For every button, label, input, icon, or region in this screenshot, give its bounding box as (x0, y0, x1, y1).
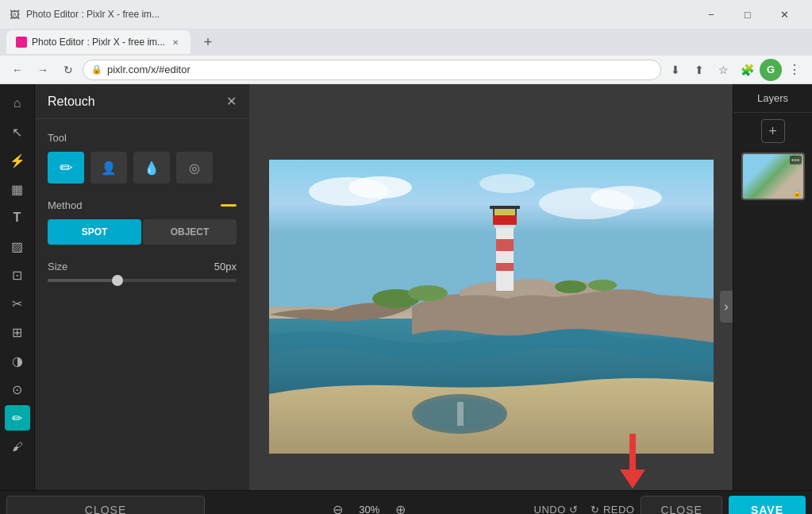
menu-icon[interactable]: ⋮ (783, 59, 806, 81)
add-layer-button[interactable]: + (761, 119, 785, 143)
tool-sidebar: ⌂ ↖ ⚡ ▦ T ▨ ⊡ ✂ ⊞ ◑ ⊙ ✏ 🖌 ••• (0, 84, 35, 514)
panel-header: Retouch ✕ (35, 84, 249, 119)
tool-cut[interactable]: ✂ (5, 291, 30, 316)
close-right-button[interactable]: CLOSE (641, 496, 722, 515)
method-object-tab[interactable]: OBJECT (143, 219, 237, 245)
bookmark-icon[interactable]: ☆ (712, 59, 734, 81)
svg-rect-9 (496, 239, 514, 251)
svg-point-17 (555, 280, 587, 293)
back-button[interactable]: ← (6, 59, 29, 81)
svg-point-4 (591, 186, 662, 210)
tool-circle-btn[interactable]: ◎ (176, 152, 213, 184)
svg-rect-13 (490, 206, 520, 209)
undo-button[interactable]: UNDO ↺ (534, 504, 579, 514)
chevron-right-icon: › (724, 300, 728, 314)
tab-label: Photo Editor : Pixlr X - free im... (32, 37, 165, 48)
tool-adjust[interactable]: ⊞ (5, 319, 30, 345)
refresh-button[interactable]: ↻ (57, 59, 79, 81)
canvas-collapse-button[interactable]: › (720, 291, 733, 323)
zoom-controls: ⊖ 30% ⊕ (211, 499, 528, 515)
tab-bar: Photo Editor : Pixlr X - free im... ✕ + (0, 29, 812, 56)
nav-icons: ⬇ ⬆ ☆ 🧩 G ⋮ (664, 59, 806, 81)
bottom-bar: CLOSE ⊖ 30% ⊕ UNDO ↺ ↻ REDO CLOSE SAVE (0, 490, 812, 514)
lighthouse-svg (269, 160, 714, 454)
maximize-button[interactable]: □ (729, 0, 766, 29)
svg-rect-10 (496, 263, 514, 271)
new-tab-button[interactable]: + (197, 31, 219, 53)
redo-label: REDO (603, 504, 635, 514)
layers-panel: Layers + ••• 🔒 (733, 84, 812, 514)
layer-lock-icon: 🔒 (792, 188, 802, 197)
download-icon[interactable]: ⬇ (664, 59, 687, 81)
canvas-area: › 1920 x 1280 px @ 30% (249, 84, 733, 514)
retouch-panel: Retouch ✕ Tool ✏ 👤 💧 ◎ Method SPOT OBJEC… (35, 84, 249, 514)
nav-bar: ← → ↻ 🔒 pixlr.com/x/#editor ⬇ ⬆ ☆ 🧩 G ⋮ (0, 56, 812, 84)
minimize-button[interactable]: − (693, 0, 729, 29)
tool-section-label: Tool (48, 132, 237, 144)
svg-rect-21 (457, 402, 464, 426)
browser-favicon: 🖼 (10, 9, 20, 21)
extensions-icon[interactable]: 🧩 (736, 59, 758, 81)
lock-icon: 🔒 (91, 64, 102, 75)
tool-pattern[interactable]: ▨ (5, 234, 30, 259)
tool-draw[interactable]: ✏ (5, 405, 30, 431)
size-value: 50px (214, 261, 237, 272)
size-row: Size 50px (48, 261, 237, 272)
zoom-out-button[interactable]: ⊖ (327, 499, 349, 515)
arrow-head (620, 470, 645, 489)
tool-text[interactable]: T (5, 205, 30, 230)
svg-point-18 (588, 280, 617, 291)
tool-home[interactable]: ⌂ (5, 91, 30, 116)
tab-favicon (16, 37, 27, 48)
slider-fill (48, 279, 114, 282)
svg-rect-14 (495, 209, 515, 215)
svg-rect-11 (493, 214, 517, 225)
tool-brush-btn[interactable]: ✏ (48, 152, 84, 184)
svg-point-16 (408, 285, 448, 301)
tool-stamp-btn[interactable]: 👤 (90, 152, 127, 184)
redo-icon: ↻ (591, 504, 600, 514)
tool-drop-btn[interactable]: 💧 (133, 152, 170, 184)
close-left-button[interactable]: CLOSE (6, 496, 205, 515)
method-tabs: SPOT OBJECT (48, 219, 237, 245)
share-icon[interactable]: ⬆ (688, 59, 710, 81)
layers-title: Layers (733, 84, 812, 113)
panel-body: Tool ✏ 👤 💧 ◎ Method SPOT OBJECT Size 50p… (35, 119, 249, 514)
layer-thumbnail[interactable]: ••• 🔒 (741, 153, 805, 200)
address-bar[interactable]: 🔒 pixlr.com/x/#editor (83, 60, 661, 80)
close-button[interactable]: ✕ (766, 0, 802, 29)
tool-options: ✏ 👤 💧 ◎ (48, 152, 237, 184)
zoom-in-button[interactable]: ⊕ (390, 499, 412, 515)
title-bar: 🖼 Photo Editor : Pixlr X - free im... − … (0, 0, 812, 29)
canvas-image[interactable] (269, 160, 714, 454)
tab-close-icon[interactable]: ✕ (170, 37, 181, 48)
tool-brush[interactable]: 🖌 (5, 434, 30, 459)
panel-close-button[interactable]: ✕ (226, 94, 237, 109)
method-spot-tab[interactable]: SPOT (48, 219, 141, 245)
app-area: ⌂ ↖ ⚡ ▦ T ▨ ⊡ ✂ ⊞ ◑ ⊙ ✏ 🖌 ••• Retouch ✕ … (0, 84, 812, 514)
layer-options-icon[interactable]: ••• (790, 156, 802, 164)
save-button[interactable]: SAVE (729, 496, 806, 515)
undo-icon: ↺ (569, 504, 579, 514)
title-bar-text: Photo Editor : Pixlr X - free im... (26, 9, 693, 20)
tool-flash[interactable]: ⚡ (5, 148, 30, 173)
active-tab[interactable]: Photo Editor : Pixlr X - free im... ✕ (6, 30, 190, 54)
profile-icon[interactable]: G (760, 59, 782, 81)
method-header: Method (48, 199, 237, 211)
forward-button[interactable]: → (32, 59, 54, 81)
undo-redo-controls: UNDO ↺ ↻ REDO (534, 504, 635, 514)
tool-tone[interactable]: ◑ (5, 348, 30, 373)
method-section-label: Method (48, 199, 82, 211)
url-text: pixlr.com/x/#editor (107, 64, 190, 75)
size-slider[interactable] (48, 279, 237, 282)
method-indicator (221, 204, 237, 207)
tool-crop[interactable]: ⊡ (5, 262, 30, 288)
tool-heal[interactable]: ⊙ (5, 377, 30, 402)
svg-rect-7 (496, 223, 514, 291)
redo-button[interactable]: ↻ REDO (591, 504, 634, 514)
tool-select[interactable]: ↖ (5, 119, 30, 145)
image-background (269, 160, 714, 454)
panel-title: Retouch (48, 95, 95, 109)
slider-thumb[interactable] (112, 275, 123, 286)
tool-grid[interactable]: ▦ (5, 176, 30, 202)
